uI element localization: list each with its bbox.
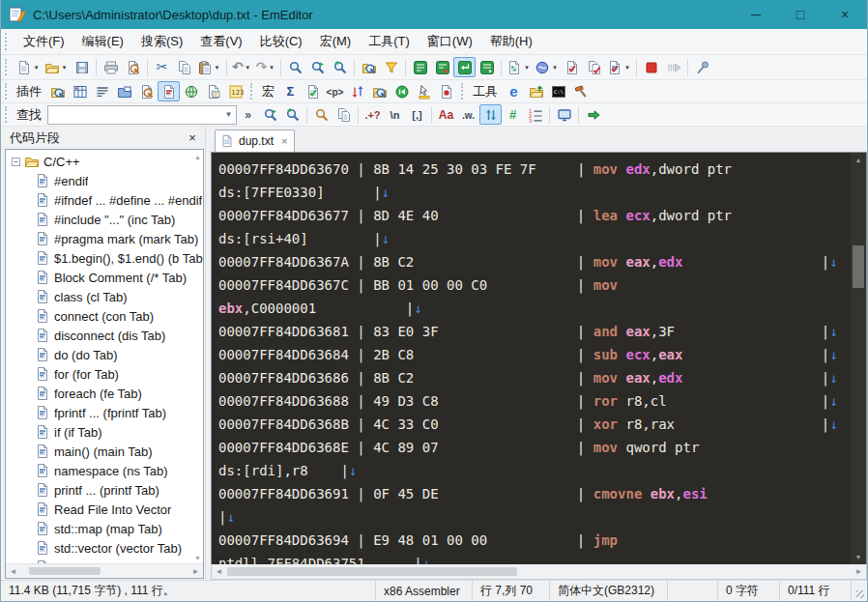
- find-in-files-button[interactable]: [329, 57, 351, 77]
- tree-item[interactable]: $1.begin(), $1.end() (b Tab): [8, 248, 203, 268]
- status-char-count[interactable]: 0 字符: [718, 581, 780, 601]
- menu-help[interactable]: 帮助(H): [481, 29, 541, 54]
- tree-item[interactable]: #ifndef ... #define ... #endif: [8, 190, 203, 210]
- editor-scroll-right-icon[interactable]: ►: [852, 567, 866, 576]
- wrap-by-page-button[interactable]: [476, 57, 498, 77]
- tab-close-icon[interactable]: ×: [281, 135, 287, 147]
- save-button[interactable]: [71, 57, 93, 77]
- tool-command-prompt-button[interactable]: C:\: [547, 81, 569, 101]
- editor-vertical-scrollbar[interactable]: ▲ ▼: [851, 153, 866, 564]
- plugin-snippets-button[interactable]: [158, 81, 180, 101]
- plugin-projects-button[interactable]: [113, 81, 135, 101]
- menu-tools[interactable]: 工具(T): [360, 29, 419, 54]
- plugin-explorer-button[interactable]: [46, 81, 69, 101]
- filter-button[interactable]: [380, 57, 402, 77]
- tree-item[interactable]: class (cl Tab): [8, 287, 203, 306]
- tree-item[interactable]: std::map (map Tab): [8, 519, 203, 538]
- tree-scroll-up-icon[interactable]: ▲: [194, 154, 201, 160]
- plugin-word-complete-button[interactable]: [202, 81, 224, 101]
- collapse-icon[interactable]: −: [12, 158, 20, 166]
- toolbar2-grip-macros[interactable]: [250, 83, 255, 99]
- count-matches-button[interactable]: #: [502, 104, 524, 125]
- close-button[interactable]: ×: [823, 0, 867, 29]
- sidebar-close-icon[interactable]: ×: [184, 129, 201, 147]
- tree-item[interactable]: disconnect (dis Tab): [8, 326, 203, 345]
- find-dialog-button[interactable]: [310, 104, 333, 125]
- tree-item[interactable]: for (for Tab): [8, 364, 203, 384]
- pin-button[interactable]: [691, 57, 713, 77]
- tree-scroll-left-icon[interactable]: ◄: [6, 567, 20, 576]
- wrap-none-button[interactable]: [409, 57, 431, 77]
- tree-item[interactable]: if (if Tab): [8, 422, 203, 442]
- toolbar2-grip-tools[interactable]: [461, 83, 466, 99]
- snippets-dropdown-icon[interactable]: ▾: [550, 64, 559, 72]
- combo-dropdown-icon[interactable]: ▼: [221, 110, 236, 119]
- menu-macros[interactable]: 宏(M): [311, 29, 361, 54]
- regex-toggle-button[interactable]: .+?: [362, 104, 384, 125]
- print-preview-button[interactable]: [122, 57, 144, 77]
- plugin-web-preview-button[interactable]: [180, 81, 202, 101]
- tree-horizontal-scrollbar[interactable]: ◄ ►: [6, 563, 203, 578]
- minimize-button[interactable]: ─: [734, 0, 778, 29]
- scroll-down-icon[interactable]: ▼: [851, 550, 866, 564]
- tree-item[interactable]: foreach (fe Tab): [8, 384, 203, 403]
- menu-file[interactable]: 文件(F): [14, 29, 73, 54]
- tool-open-folder-button[interactable]: [525, 81, 547, 101]
- open-file-dropdown-icon[interactable]: ▾: [60, 64, 69, 72]
- editor-horizontal-scrollbar[interactable]: ◄ ►: [211, 564, 867, 580]
- tree-item[interactable]: main() (main Tab): [8, 442, 203, 461]
- tree-item[interactable]: connect (con Tab): [8, 306, 203, 326]
- explorer-find-button[interactable]: [358, 57, 380, 77]
- plugin-search-button[interactable]: [135, 81, 158, 101]
- editor-text-area[interactable]: 00007FF84DD63670 | 8B 14 25 30 03 FE 7F …: [212, 153, 851, 564]
- tree-item[interactable]: std::vector (vector Tab): [8, 538, 203, 558]
- outline-button[interactable]: ▾: [505, 57, 533, 77]
- tree-scroll-down-icon[interactable]: ▼: [194, 555, 201, 561]
- tree-item[interactable]: #endif: [8, 171, 203, 190]
- undo-dropdown-icon[interactable]: ▾: [244, 64, 252, 72]
- search-direction-toggle-button[interactable]: [479, 104, 502, 125]
- toolbar1-grip[interactable]: [5, 59, 10, 76]
- tree-hscroll-thumb[interactable]: [29, 567, 101, 575]
- bookmark-lines-button[interactable]: 123: [524, 104, 546, 125]
- playback-button[interactable]: [662, 57, 684, 77]
- stop-button[interactable]: [640, 57, 662, 77]
- find-next-button[interactable]: [259, 104, 281, 125]
- macro-sigma-button[interactable]: Σ: [279, 81, 302, 101]
- open-file-button[interactable]: ▾: [43, 57, 71, 77]
- print-button[interactable]: [100, 57, 122, 77]
- find-toolbar-grip[interactable]: [5, 106, 10, 122]
- scroll-up-icon[interactable]: ▲: [851, 153, 866, 167]
- status-line-count[interactable]: 0/111 行: [780, 581, 852, 601]
- tree-item[interactable]: do (do Tab): [8, 345, 203, 364]
- macro-tidy-button[interactable]: [346, 81, 368, 101]
- macro-back-button[interactable]: [391, 81, 413, 101]
- select-macro-button[interactable]: ▾: [605, 57, 633, 77]
- run-macro-button[interactable]: [583, 57, 605, 77]
- tree-item[interactable]: fprintf ... (fprintf Tab): [8, 403, 203, 422]
- record-macro-button[interactable]: [561, 57, 583, 77]
- replace-button[interactable]: [306, 57, 329, 77]
- snippets-button[interactable]: ▾: [533, 57, 561, 77]
- status-syntax-mode[interactable]: x86 Assembler: [376, 581, 473, 601]
- redo-dropdown-icon[interactable]: ▾: [267, 64, 275, 72]
- macro-open-folder-button[interactable]: [368, 81, 391, 101]
- menu-edit[interactable]: 编辑(E): [73, 29, 132, 54]
- tab-dup-txt[interactable]: dup.txt ×: [215, 129, 295, 152]
- menu-compare[interactable]: 比较(C): [251, 29, 311, 54]
- find-previous-button[interactable]: [281, 104, 304, 125]
- tree-item[interactable]: Read File Into Vector: [8, 500, 203, 519]
- tree-root-cpp[interactable]: −C/C++: [8, 152, 203, 171]
- menu-view[interactable]: 查看(V): [191, 29, 250, 54]
- find-combobox[interactable]: ▼: [47, 105, 237, 125]
- tool-browser-button[interactable]: e: [503, 81, 525, 101]
- paste-button[interactable]: ▾: [195, 57, 223, 77]
- editor-scroll-left-icon[interactable]: ◄: [212, 567, 226, 576]
- redo-button[interactable]: ↷▾: [254, 57, 278, 77]
- plugin-outline-text-button[interactable]: [91, 81, 113, 101]
- tree-item[interactable]: namespace (ns Tab): [8, 461, 203, 480]
- tree-scroll-right-icon[interactable]: ►: [188, 567, 203, 576]
- tree-item[interactable]: #pragma mark (mark Tab): [8, 229, 203, 248]
- undo-button[interactable]: ↶▾: [230, 57, 254, 77]
- copy-results-button[interactable]: [333, 104, 355, 125]
